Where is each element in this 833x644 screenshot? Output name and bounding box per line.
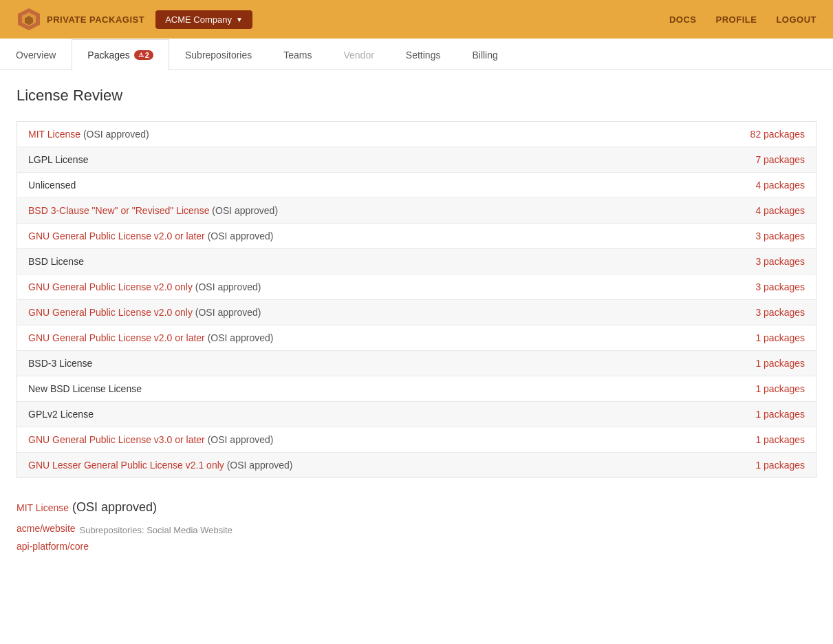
license-row: Unlicensed4 packages [17, 173, 816, 198]
package-count-link[interactable]: 3 packages [755, 256, 805, 267]
license-name-link[interactable]: GNU General Public License v2.0 only [28, 281, 193, 292]
license-name-link[interactable]: GNU General Public License v3.0 or later [28, 434, 205, 445]
tab-billing[interactable]: Billing [456, 39, 513, 70]
osi-label: (OSI approved) [83, 129, 149, 140]
bottom-section: MIT License (OSI approved) acme/websiteS… [17, 500, 816, 555]
tab-vendor: Vendor [327, 39, 389, 70]
subrepositories-label: Subrepositories: Social Media Website [80, 525, 232, 535]
osi-label: (OSI approved) [227, 460, 293, 471]
tab-subrepositories[interactable]: Subrepositories [169, 39, 268, 70]
package-count-link[interactable]: 1 packages [755, 358, 805, 369]
package-count-link[interactable]: 3 packages [755, 230, 805, 242]
osi-label: (OSI approved) [195, 307, 261, 318]
header-left: PRIVATE PACKAGIST ACME Company ▼ [17, 7, 252, 32]
tab-teams[interactable]: Teams [268, 39, 327, 70]
package-count-link[interactable]: 3 packages [755, 281, 805, 292]
license-row: GPLv2 License1 packages [17, 402, 816, 427]
package-link[interactable]: api-platform/core [17, 541, 89, 552]
license-row: MIT License (OSI approved)82 packages [17, 122, 816, 147]
osi-label: (OSI approved) [208, 434, 274, 445]
osi-label: (OSI approved) [208, 332, 274, 343]
license-name-link[interactable]: GNU General Public License v2.0 only [28, 307, 193, 318]
main-content: License Review MIT License (OSI approved… [0, 70, 833, 575]
license-name: BSD-3 License [28, 358, 92, 369]
osi-label: (OSI approved) [212, 205, 278, 216]
license-row: BSD License3 packages [17, 249, 816, 275]
license-row: GNU General Public License v2.0 or later… [17, 325, 816, 351]
license-name-link[interactable]: MIT License [28, 129, 80, 140]
license-row: GNU General Public License v2.0 only (OS… [17, 300, 816, 325]
tab-settings[interactable]: Settings [390, 39, 457, 70]
package-count-link[interactable]: 4 packages [755, 205, 805, 216]
logout-link[interactable]: LOGOUT [776, 14, 816, 25]
osi-label: (OSI approved) [195, 281, 261, 292]
nav-tabs: Overview Packages ⚠ 2 Subrepositories Te… [0, 39, 833, 70]
package-count-link[interactable]: 1 packages [755, 332, 805, 343]
tab-packages[interactable]: Packages ⚠ 2 [72, 39, 169, 70]
bottom-package-row: api-platform/core [17, 541, 816, 555]
package-count-link[interactable]: 3 packages [755, 307, 805, 318]
package-count-link[interactable]: 1 packages [755, 460, 805, 471]
license-row: BSD 3-Clause "New" or "Revised" License … [17, 198, 816, 224]
license-row: LGPL License7 packages [17, 147, 816, 173]
package-count-link[interactable]: 4 packages [755, 180, 805, 191]
docs-link[interactable]: DOCS [669, 14, 697, 25]
license-table: MIT License (OSI approved)82 packagesLGP… [17, 121, 816, 478]
header-right: DOCS PROFILE LOGOUT [669, 14, 816, 25]
osi-label: (OSI approved) [208, 230, 274, 242]
license-name-link[interactable]: GNU General Public License v2.0 or later [28, 230, 205, 242]
logo-icon [17, 7, 41, 32]
license-row: BSD-3 License1 packages [17, 351, 816, 376]
bottom-packages: acme/websiteSubrepositories: Social Medi… [17, 523, 816, 555]
page-title: License Review [17, 87, 816, 105]
company-button[interactable]: ACME Company ▼ [155, 10, 252, 29]
license-name: BSD License [28, 256, 84, 267]
package-count-link[interactable]: 7 packages [755, 154, 805, 165]
license-name-link[interactable]: GNU General Public License v2.0 or later [28, 332, 205, 343]
package-count-link[interactable]: 82 packages [750, 129, 805, 140]
packages-badge: ⚠ 2 [134, 50, 153, 60]
bottom-package-row: acme/websiteSubrepositories: Social Medi… [17, 523, 816, 537]
license-name-link[interactable]: GNU Lesser General Public License v2.1 o… [28, 460, 224, 471]
header: PRIVATE PACKAGIST ACME Company ▼ DOCS PR… [0, 0, 833, 39]
license-name: GPLv2 License [28, 409, 94, 420]
profile-link[interactable]: PROFILE [716, 14, 757, 25]
license-name-link[interactable]: BSD 3-Clause "New" or "Revised" License [28, 205, 209, 216]
caret-icon: ▼ [236, 16, 243, 23]
bottom-section-title: MIT License (OSI approved) [17, 500, 816, 515]
license-name: Unlicensed [28, 180, 76, 191]
license-row: GNU General Public License v3.0 or later… [17, 427, 816, 453]
license-row: GNU General Public License v2.0 or later… [17, 224, 816, 249]
license-row: New BSD License License1 packages [17, 376, 816, 402]
package-count-link[interactable]: 1 packages [755, 383, 805, 394]
package-count-link[interactable]: 1 packages [755, 434, 805, 445]
bottom-title-link[interactable]: MIT License [17, 502, 69, 513]
license-row: GNU General Public License v2.0 only (OS… [17, 275, 816, 300]
license-name: LGPL License [28, 154, 88, 165]
tab-overview[interactable]: Overview [0, 39, 72, 70]
license-name: New BSD License License [28, 383, 142, 394]
package-count-link[interactable]: 1 packages [755, 409, 805, 420]
logo-area: PRIVATE PACKAGIST [17, 7, 144, 32]
license-row: GNU Lesser General Public License v2.1 o… [17, 453, 816, 477]
logo-text: PRIVATE PACKAGIST [47, 14, 144, 25]
package-link[interactable]: acme/website [17, 523, 76, 534]
